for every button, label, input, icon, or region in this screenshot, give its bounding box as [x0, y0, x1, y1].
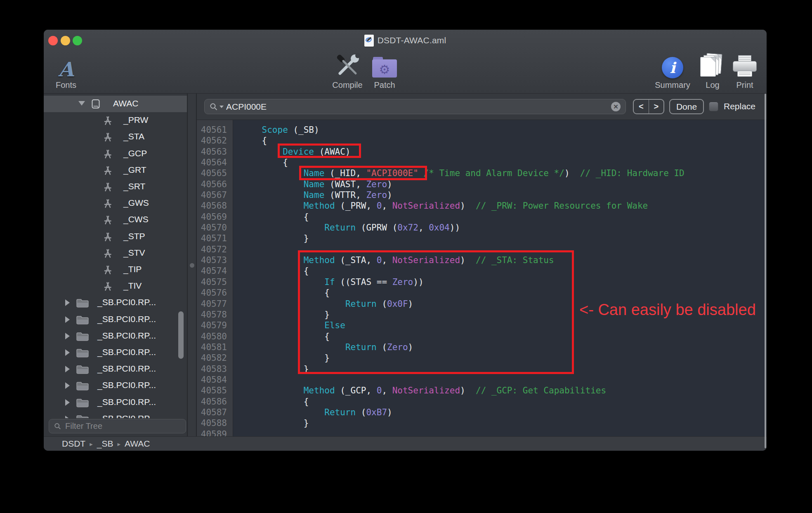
method-icon	[102, 281, 113, 293]
sidebar-scrollbar-thumb[interactable]	[178, 311, 184, 359]
search-icon	[54, 423, 61, 430]
print-button[interactable]: Print	[729, 51, 760, 93]
splitter-handle-icon[interactable]	[190, 263, 194, 268]
code-line: {	[241, 287, 767, 298]
line-number: 40562	[197, 135, 227, 146]
code-line: Method (_STA, 0, NotSerialized) // _STA:…	[241, 255, 767, 266]
tree-item-stv[interactable]: _STV	[44, 245, 187, 261]
fonts-button[interactable]: A Fonts	[50, 51, 83, 93]
folder-icon	[76, 347, 90, 360]
tree-item-sb-pci0-rp[interactable]: _SB.PCI0.RP...	[44, 394, 187, 411]
tree-item-sb-pci0-rp[interactable]: _SB.PCI0.RP...	[44, 377, 187, 394]
clear-search-icon[interactable]: ✕	[611, 102, 621, 111]
line-number: 40579	[197, 320, 227, 331]
filter-tree-field[interactable]	[49, 419, 186, 433]
code-line: Method (_PRW, 0, NotSerialized) // _PRW:…	[241, 200, 767, 211]
print-label: Print	[736, 80, 753, 90]
method-icon	[102, 132, 113, 144]
tree-item-sta[interactable]: _STA	[44, 129, 187, 145]
tree-item-awac[interactable]: AWAC	[44, 96, 187, 112]
disclosure-triangle-icon[interactable]	[65, 299, 70, 306]
breadcrumb-item-sb[interactable]: _SB	[97, 439, 113, 449]
line-number: 40571	[197, 233, 227, 244]
find-field[interactable]: ✕	[204, 99, 626, 114]
tree-item-sb-pci0-rp[interactable]: _SB.PCI0.RP...	[44, 328, 187, 344]
done-button[interactable]: Done	[669, 99, 704, 114]
tree-item-label: _TIP	[123, 264, 142, 274]
replace-checkbox[interactable]	[709, 102, 718, 111]
filter-tree-input[interactable]	[65, 421, 168, 431]
tree-item-label: _SB.PCI0.RP...	[97, 397, 156, 407]
code-line: Return (Zero)	[241, 342, 767, 353]
line-number: 40581	[197, 342, 227, 353]
tree-item-sb-pci0-rp[interactable]: _SB.PCI0.RP...	[44, 344, 187, 361]
compile-label: Compile	[332, 80, 362, 90]
tree-item-tip[interactable]: _TIP	[44, 261, 187, 278]
tree-item-gcp[interactable]: _GCP	[44, 146, 187, 162]
toolbar: A Fonts Compile ⚙	[44, 51, 767, 94]
tree-item-sb-pci0-rp[interactable]: _SB.PCI0.RP...	[44, 294, 187, 311]
tree-item-label: _STV	[123, 248, 145, 258]
tree-item-label: _CWS	[123, 214, 149, 224]
summary-button[interactable]: i Summary	[655, 51, 690, 93]
editor-scrollbar-thumb[interactable]	[765, 94, 766, 448]
find-previous-button[interactable]: <	[634, 100, 649, 113]
line-number: 40588	[197, 418, 227, 428]
disclosure-triangle-icon[interactable]	[65, 366, 70, 372]
line-number: 40585	[197, 385, 227, 396]
tree-item-sb-pci0-rp[interactable]: _SB.PCI0.RP...	[44, 411, 187, 418]
code-line: }	[241, 418, 767, 428]
folder-icon	[76, 314, 90, 327]
code-line: Return (GPRW (0x72, 0x04))	[241, 222, 767, 233]
tree-item-label: _SB.PCI0.RP...	[97, 297, 156, 307]
editor-pane: ✕ < > Done Replace 405614056240563405644…	[197, 94, 767, 436]
tree-item-label: _SB.PCI0.RP...	[97, 314, 156, 324]
disclosure-triangle-icon[interactable]	[65, 382, 70, 389]
breadcrumb-item-awac[interactable]: AWAC	[125, 439, 150, 449]
breadcrumb-item-dsdt[interactable]: DSDT	[62, 439, 85, 449]
find-prev-next-control: < >	[633, 99, 664, 114]
tree-item-label: _STP	[123, 231, 145, 241]
line-number: 40586	[197, 396, 227, 407]
disclosure-triangle-icon[interactable]	[65, 333, 70, 339]
tree-item-sb-pci0-rp[interactable]: _SB.PCI0.RP...	[44, 361, 187, 377]
method-icon	[102, 231, 113, 244]
log-button[interactable]: Log	[698, 51, 727, 93]
find-next-button[interactable]: >	[649, 100, 664, 113]
tree-item-label: _GRT	[123, 165, 146, 175]
tree-item-label: _PRW	[123, 115, 148, 125]
fonts-icon: A	[58, 60, 73, 78]
pane-splitter[interactable]	[188, 94, 197, 436]
line-number: 40584	[197, 374, 227, 385]
breadcrumb-separator-icon: ▸	[90, 440, 93, 448]
tree-item-tiv[interactable]: _TIV	[44, 278, 187, 294]
code-line	[241, 244, 767, 255]
search-options-chevron-icon[interactable]	[220, 106, 224, 108]
find-input[interactable]	[226, 102, 609, 112]
tree-item-gws[interactable]: _GWS	[44, 195, 187, 212]
tree-item-prw[interactable]: _PRW	[44, 112, 187, 129]
tree-item-srt[interactable]: _SRT	[44, 179, 187, 195]
info-icon: i	[662, 57, 683, 78]
fonts-label: Fonts	[56, 80, 76, 90]
code-editor[interactable]: 4056140562405634056440565405664056740568…	[197, 120, 767, 436]
patch-button[interactable]: ⚙ Patch	[368, 51, 401, 93]
tree-item-grt[interactable]: _GRT	[44, 162, 187, 179]
line-number: 40576	[197, 287, 227, 298]
tree-item-cws[interactable]: _CWS	[44, 212, 187, 228]
tree-item-stp[interactable]: _STP	[44, 228, 187, 245]
disclosure-triangle-icon[interactable]	[78, 101, 85, 106]
disclosure-triangle-icon[interactable]	[65, 349, 70, 356]
tree-item-sb-pci0-rp[interactable]: _SB.PCI0.RP...	[44, 311, 187, 328]
line-number: 40575	[197, 277, 227, 287]
tree-item-label: _SB.PCI0.RP...	[97, 414, 156, 418]
log-label: Log	[706, 80, 719, 90]
line-number: 40587	[197, 407, 227, 418]
disclosure-triangle-icon[interactable]	[65, 399, 70, 406]
line-number: 40569	[197, 212, 227, 222]
line-number: 40564	[197, 157, 227, 168]
disclosure-triangle-icon[interactable]	[65, 316, 70, 323]
compile-button[interactable]: Compile	[327, 51, 368, 93]
desktop-background: DSDT-AWAC.aml A Fonts Compi	[0, 0, 812, 513]
code-text[interactable]: Scope (_SB) { Device (AWAC) { Name (_HID…	[234, 120, 767, 436]
